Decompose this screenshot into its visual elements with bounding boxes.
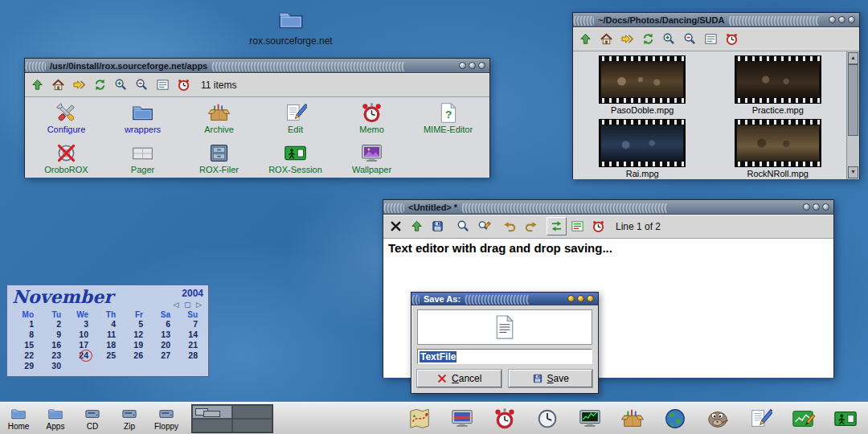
zoom-in-button[interactable] [111, 76, 131, 94]
calendar-date[interactable]: 4 [94, 319, 121, 330]
save-button[interactable] [428, 217, 448, 235]
search-replace-button[interactable] [474, 217, 494, 235]
calendar-date[interactable]: 22 [12, 350, 39, 361]
up-button[interactable] [575, 30, 596, 48]
save-as-titlebar[interactable]: ((( Save As: (((((((((((((((((((( [411, 293, 598, 305]
calendar-date[interactable]: 10 [67, 330, 94, 340]
calendar-date[interactable]: 5 [121, 319, 149, 330]
app-icon-mime-editor[interactable]: MIME-Editor [410, 99, 486, 139]
app-icon-configure[interactable]: Configure [28, 99, 104, 139]
globe-app-button[interactable] [662, 406, 688, 432]
app-icon-rox-filer[interactable]: ROX-Filer [181, 139, 257, 179]
calendar-date-today[interactable]: 24 [67, 350, 94, 361]
window-maximize-button[interactable] [813, 203, 820, 211]
zoom-in-button[interactable] [659, 30, 679, 48]
workspace-4[interactable] [232, 419, 272, 432]
calendar-date[interactable]: 9 [39, 330, 67, 340]
prev-month-icon[interactable]: ◁ [174, 301, 181, 309]
clock-app-button[interactable] [534, 406, 560, 432]
redo-button[interactable] [521, 217, 541, 235]
suda-window-titlebar[interactable]: (((((((( ~/Docs/Photos/Dancing/SUDA ((((… [573, 13, 859, 27]
file-rai[interactable]: Rai.mpg [575, 119, 710, 182]
launcher-zip[interactable]: Zip [111, 406, 148, 432]
launcher-cd[interactable]: CD [74, 406, 111, 432]
calendar-date[interactable]: 11 [94, 330, 121, 340]
window-minimize-button[interactable] [803, 203, 810, 211]
file-rocknroll[interactable]: RockNRoll.mpg [710, 119, 846, 182]
cancel-button[interactable]: Cancel [417, 370, 502, 387]
save-button[interactable]: Save [509, 370, 593, 387]
close-button[interactable] [386, 217, 406, 235]
bookmarks-button[interactable] [69, 76, 89, 94]
clock-button[interactable] [722, 30, 742, 48]
calendar-date[interactable]: 7 [176, 319, 203, 330]
window-close-button[interactable] [478, 62, 485, 69]
editor-app-button[interactable] [747, 406, 773, 432]
desktop-icon-rox-sourceforge[interactable]: rox.sourceforge.net [235, 6, 347, 47]
calendar-date[interactable]: 18 [94, 340, 121, 350]
editor-text-area[interactable]: Text editor with drag and drop saving...… [383, 239, 833, 378]
launcher-floppy[interactable]: Floppy [148, 406, 185, 432]
calendar-date[interactable]: 30 [39, 361, 67, 371]
home-button[interactable] [48, 76, 68, 94]
next-month-icon[interactable]: ▷ [196, 301, 203, 309]
calendar-date[interactable]: 25 [94, 350, 121, 361]
dialog-minimize-button[interactable] [567, 295, 575, 302]
calendar-date[interactable]: 27 [149, 350, 176, 361]
app-icon-wallpaper[interactable]: Wallpaper [334, 139, 410, 179]
refresh-button[interactable] [638, 30, 658, 48]
calendar-date[interactable]: 13 [149, 330, 176, 340]
calendar-date[interactable]: 29 [12, 361, 39, 371]
calendar-date[interactable]: 19 [121, 340, 149, 350]
calendar-date[interactable]: 12 [121, 330, 149, 340]
refresh-button[interactable] [90, 76, 110, 94]
app-icon-wrappers[interactable]: wrappers [104, 99, 181, 139]
scrollbar-thumb[interactable] [848, 64, 858, 136]
calendar-date[interactable]: 23 [39, 350, 67, 361]
window-minimize-button[interactable] [829, 16, 836, 23]
dialog-maximize-button[interactable] [577, 295, 584, 302]
window-close-button[interactable] [848, 16, 855, 23]
zoom-out-button[interactable] [680, 30, 700, 48]
up-button[interactable] [27, 76, 47, 94]
apps-window-titlebar[interactable]: (((((((( /usr/0install/rox.sourceforge.n… [25, 59, 489, 73]
window-maximize-button[interactable] [469, 62, 476, 69]
goto-line-button[interactable] [567, 217, 588, 235]
window-close-button[interactable] [822, 203, 829, 211]
scroll-down-arrow[interactable]: ▼ [848, 166, 858, 178]
calendar-date[interactable]: 21 [176, 340, 203, 350]
app-icon-edit[interactable]: Edit [257, 99, 334, 139]
vertical-scrollbar[interactable]: ▲ ▼ [846, 51, 859, 179]
undo-button[interactable] [500, 217, 520, 235]
app-icon-archive[interactable]: Archive [181, 99, 257, 139]
workspace-3[interactable] [192, 419, 232, 432]
search-button[interactable] [453, 217, 473, 235]
calendar-date[interactable]: 14 [176, 330, 203, 340]
home-button[interactable] [596, 30, 616, 48]
app-icon-oroborox[interactable]: OroboROX [28, 139, 104, 179]
calendar-date[interactable]: 26 [121, 350, 149, 361]
calendar-date[interactable]: 8 [12, 330, 39, 340]
dialog-close-button[interactable] [587, 295, 594, 302]
workspace-1[interactable] [192, 405, 232, 419]
calendar-date[interactable]: 1 [12, 319, 39, 330]
calendar-date[interactable]: 6 [149, 319, 176, 330]
up-button[interactable] [407, 217, 427, 235]
app-icon-rox-session[interactable]: ROX-Session [257, 139, 334, 179]
editor-window-titlebar[interactable]: (((((((( <Untitled> * ((((((((((((((((((… [383, 200, 833, 215]
scroll-up-arrow[interactable]: ▲ [848, 52, 858, 64]
clock-button[interactable] [174, 76, 194, 94]
calendar-date[interactable]: 16 [39, 340, 67, 350]
calendar-date[interactable]: 15 [12, 340, 39, 350]
window-minimize-button[interactable] [459, 62, 466, 69]
file-practice[interactable]: Practice.mpg [710, 55, 846, 119]
calendar-date[interactable]: 28 [176, 350, 203, 361]
calendar-date[interactable]: 17 [67, 340, 94, 350]
calendar-date[interactable]: 2 [39, 319, 67, 330]
archive-app-button[interactable] [620, 406, 645, 432]
session-app-button[interactable] [833, 406, 858, 432]
calendar-date[interactable]: 3 [67, 319, 94, 330]
workspace-2[interactable] [232, 405, 272, 419]
window-maximize-button[interactable] [838, 16, 845, 23]
launcher-apps[interactable]: Apps [37, 406, 74, 432]
